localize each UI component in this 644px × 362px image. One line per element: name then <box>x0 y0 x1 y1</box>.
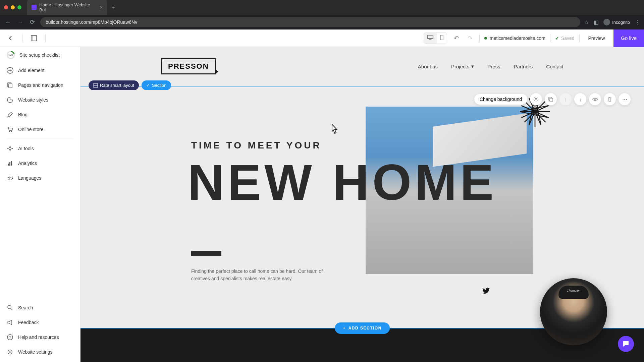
cap-logo-text: Champion <box>567 289 580 292</box>
hero-subtitle[interactable]: TIME TO MEET YOUR <box>191 140 322 151</box>
change-background-button[interactable]: Change background <box>474 94 527 105</box>
sidebar-item-styles[interactable]: Website styles <box>0 93 80 107</box>
incognito-indicator: Incognito <box>603 19 630 25</box>
section-tags: Rate smart layout ✓ Section <box>89 80 171 90</box>
extensions-icon[interactable]: ◧ <box>594 19 599 25</box>
sparkle-icon <box>7 145 13 152</box>
separator <box>22 34 22 42</box>
builder-canvas[interactable]: PRESSON About us Projects ▾ Press Partne… <box>80 47 644 362</box>
svg-point-10 <box>9 131 10 132</box>
separator <box>550 34 550 42</box>
svg-rect-4 <box>440 35 443 40</box>
close-window[interactable] <box>4 5 8 9</box>
sidebar-item-label: Blog <box>18 112 28 117</box>
nav-partners[interactable]: Partners <box>514 63 533 69</box>
bookmark-icon[interactable]: ☆ <box>584 19 589 25</box>
separator <box>479 34 480 42</box>
sidebar-item-analytics[interactable]: Analytics <box>0 156 80 171</box>
site-logo[interactable]: PRESSON <box>161 58 216 74</box>
site-domain-text: meticsmediademosite.com <box>490 36 545 41</box>
move-up-button[interactable]: ↑ <box>559 93 572 105</box>
site-nav: About us Projects ▾ Press Partners Conta… <box>418 63 564 69</box>
minimize-window[interactable] <box>11 5 15 9</box>
chat-fab[interactable] <box>618 336 634 352</box>
preview-button[interactable]: Preview <box>584 33 609 44</box>
new-tab-button[interactable]: + <box>111 4 115 11</box>
reload-button[interactable]: ⟳ <box>28 18 36 26</box>
sidebar-item-languages[interactable]: 文A Languages <box>0 171 80 185</box>
browser-tab[interactable]: Home | Hostinger Website Bui × <box>27 0 107 15</box>
mobile-preview-button[interactable] <box>437 33 447 44</box>
nav-about[interactable]: About us <box>418 63 438 69</box>
sidebar-item-label: Website styles <box>18 97 48 103</box>
svg-rect-25 <box>550 98 553 101</box>
tab-close-icon[interactable]: × <box>100 5 103 10</box>
redo-button[interactable]: ↷ <box>466 35 475 42</box>
incognito-icon <box>603 19 610 25</box>
delete-section-button[interactable] <box>604 93 616 105</box>
sidebar-item-store[interactable]: Online store <box>0 122 80 137</box>
twitter-icon[interactable] <box>482 288 490 295</box>
svg-rect-9 <box>9 84 12 88</box>
sidebar-item-ai[interactable]: AI tools <box>0 141 80 156</box>
sidebar-item-pages[interactable]: Pages and navigation <box>0 78 80 93</box>
maximize-window[interactable] <box>17 5 21 9</box>
address-bar[interactable]: builder.hostinger.com/mp8Mp4bjORuaw6Nv <box>40 17 580 27</box>
add-section-button[interactable]: + ADD SECTION <box>335 322 390 334</box>
sidebar-item-help[interactable]: ? Help and resources <box>0 330 80 345</box>
sidebar-item-blog[interactable]: Blog <box>0 107 80 122</box>
sidebar-item-label: Website settings <box>18 349 52 355</box>
sidebar-item-label: AI tools <box>18 146 34 151</box>
browser-menu-icon[interactable]: ⋮ <box>635 19 640 25</box>
move-down-button[interactable]: ↓ <box>574 93 586 105</box>
sidebar-item-checklist[interactable]: 2/9 Site setup checklist <box>0 47 80 63</box>
rate-layout-button[interactable]: Rate smart layout <box>89 80 139 90</box>
back-button[interactable]: ← <box>4 19 12 26</box>
hero-description[interactable]: Finding the perfect place to call home c… <box>191 267 325 283</box>
saved-label: Saved <box>561 36 575 41</box>
sidebar-item-settings[interactable]: Website settings <box>0 345 80 359</box>
site-header[interactable]: PRESSON About us Projects ▾ Press Partne… <box>80 47 644 86</box>
svg-rect-12 <box>8 164 9 166</box>
check-icon: ✓ <box>146 83 150 88</box>
site-domain-indicator[interactable]: meticsmediademosite.com <box>484 36 545 41</box>
svg-point-23 <box>535 99 537 100</box>
incognito-label: Incognito <box>612 20 630 25</box>
hero-title[interactable]: NEW HOME <box>188 154 497 212</box>
sidebar-item-search[interactable]: Search <box>0 300 80 315</box>
sidebar-item-feedback[interactable]: Feedback <box>0 315 80 330</box>
svg-rect-14 <box>11 161 12 166</box>
nav-contact[interactable]: Contact <box>546 63 564 69</box>
forward-button[interactable]: → <box>16 19 24 26</box>
svg-rect-2 <box>428 35 433 39</box>
nav-projects[interactable]: Projects ▾ <box>451 63 474 69</box>
back-to-dashboard-button[interactable] <box>5 33 16 44</box>
separator <box>45 34 46 42</box>
desktop-preview-button[interactable] <box>424 33 437 44</box>
nav-press[interactable]: Press <box>487 63 500 69</box>
separator <box>579 34 580 42</box>
visibility-button[interactable] <box>589 93 601 105</box>
layout-toggle-button[interactable] <box>29 33 39 44</box>
sidebar-item-add-element[interactable]: Add element <box>0 63 80 78</box>
webcam-overlay: Champion <box>540 278 607 345</box>
sidebar-item-label: Help and resources <box>18 335 59 340</box>
status-dot-icon <box>484 37 487 40</box>
section-settings-button[interactable] <box>530 93 542 105</box>
device-preview-group <box>424 33 447 44</box>
more-options-button[interactable]: ⋯ <box>619 93 631 105</box>
svg-rect-13 <box>9 162 10 166</box>
social-icons <box>482 288 490 295</box>
section-tag[interactable]: ✓ Section <box>142 80 171 90</box>
duplicate-section-button[interactable] <box>545 93 557 105</box>
sidebar-item-label: Feedback <box>18 320 39 325</box>
svg-text:文A: 文A <box>7 176 13 181</box>
go-live-button[interactable]: Go live <box>613 29 644 47</box>
plus-icon: + <box>343 326 346 330</box>
search-icon <box>7 304 13 311</box>
undo-button[interactable]: ↶ <box>452 35 461 42</box>
megaphone-icon <box>7 319 13 326</box>
hero-accent-bar[interactable] <box>191 251 221 256</box>
cart-icon <box>7 126 13 133</box>
svg-point-20 <box>9 351 11 353</box>
